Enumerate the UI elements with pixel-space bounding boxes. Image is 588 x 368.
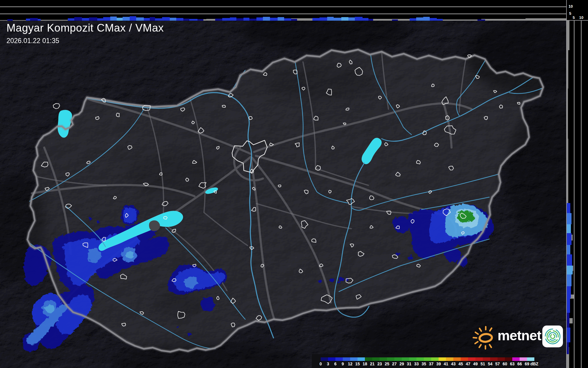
svg-text:49: 49 <box>473 362 478 366</box>
svg-text:45: 45 <box>458 362 463 366</box>
right-axis-label-5: 5 <box>573 16 575 19</box>
svg-text:41: 41 <box>444 362 448 366</box>
svg-text:33: 33 <box>414 362 419 366</box>
svg-text:15: 15 <box>355 362 360 366</box>
svg-text:27: 27 <box>392 362 397 366</box>
metnet-app-icon <box>542 323 564 350</box>
top-echo-profile <box>7 16 485 21</box>
svg-text:18: 18 <box>363 362 367 366</box>
title-block: Magyar Kompozit CMax / VMax 2026.01.22 0… <box>6 22 164 45</box>
svg-text:6: 6 <box>334 362 337 366</box>
svg-text:47: 47 <box>466 362 470 366</box>
page-title: Magyar Kompozit CMax / VMax <box>6 22 164 34</box>
svg-text:31: 31 <box>407 362 411 366</box>
svg-text:66: 66 <box>517 362 522 366</box>
svg-text:dBZ: dBZ <box>530 362 538 366</box>
map-canvas <box>0 21 566 368</box>
top-axis-label-10: 10 <box>569 4 573 8</box>
svg-text:57: 57 <box>495 362 500 366</box>
timestamp: 2026.01.22 01:35 <box>6 37 164 45</box>
svg-text:54: 54 <box>488 362 493 366</box>
colorbar-scale: 0369121518212325272931333537394143454749… <box>312 354 539 368</box>
svg-text:43: 43 <box>451 362 456 366</box>
svg-text:51: 51 <box>480 362 485 366</box>
dbz-colorbar: 0369121518212325272931333537394143454749… <box>312 354 539 368</box>
top-profile-strip <box>0 0 566 21</box>
svg-text:25: 25 <box>385 362 389 366</box>
svg-text:9: 9 <box>342 362 344 366</box>
svg-text:3: 3 <box>327 362 329 366</box>
hungary-radar-map <box>0 21 566 368</box>
svg-text:37: 37 <box>429 362 434 366</box>
logo-wordmark: metnet <box>498 323 541 350</box>
svg-text:35: 35 <box>421 362 426 366</box>
right-echo-profile <box>567 203 573 354</box>
svg-text:29: 29 <box>399 362 404 366</box>
svg-text:63: 63 <box>510 362 515 366</box>
svg-text:69: 69 <box>525 362 529 366</box>
svg-text:39: 39 <box>436 362 441 366</box>
radar-viewer: 10 5 5 10 Magyar Kompozit CMax / VMax 20… <box>0 0 588 368</box>
svg-text:12: 12 <box>348 362 353 366</box>
svg-text:21: 21 <box>370 362 375 366</box>
profile-corner-panel: 10 5 5 10 <box>566 0 588 21</box>
top-axis-label-5: 5 <box>569 12 571 15</box>
right-axis-label-10: 10 <box>579 16 583 19</box>
svg-text:60: 60 <box>503 362 507 366</box>
metnet-logo: metnet <box>472 323 566 350</box>
sun-icon <box>472 323 499 350</box>
right-profile-strip <box>566 21 588 368</box>
svg-text:23: 23 <box>377 362 382 366</box>
svg-text:0: 0 <box>319 362 322 366</box>
